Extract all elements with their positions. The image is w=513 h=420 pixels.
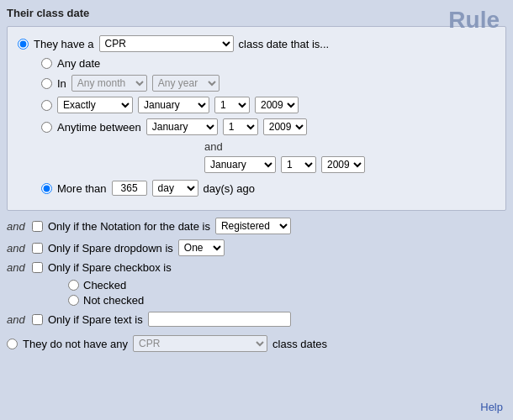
section-title: Their class date	[7, 7, 506, 19]
between-and-row: and	[204, 140, 495, 153]
not-checked-radio[interactable]	[68, 295, 79, 306]
notation-select[interactable]: Registered Pending	[215, 218, 291, 234]
any-date-label[interactable]: Any date	[57, 57, 100, 70]
between-day2-select[interactable]: 123	[281, 156, 316, 173]
days-input[interactable]	[112, 181, 147, 196]
exactly-radio[interactable]	[41, 100, 52, 111]
any-date-radio[interactable]	[41, 58, 52, 69]
spare-checkbox-and: and	[7, 261, 27, 274]
not-checked-radio-row: Not checked	[13, 294, 506, 307]
between-row2: JanuaryFebruaryMarch AprilMayJune JulyAu…	[204, 156, 495, 173]
not-checked-label[interactable]: Not checked	[83, 294, 144, 307]
between-year1-select[interactable]: 20092010	[263, 118, 307, 135]
exactly-select[interactable]: Exactly Before After	[57, 97, 133, 113]
bottom-suffix: class dates	[272, 338, 327, 350]
spare-checkbox-label[interactable]: Only if Spare checkbox is	[48, 261, 172, 274]
spare-text-and: and	[7, 313, 27, 326]
exactly-row: Exactly Before After JanuaryFebruaryMarc…	[41, 97, 495, 113]
between-label[interactable]: Anytime between	[57, 121, 141, 134]
spare-text-checkbox[interactable]	[32, 314, 43, 325]
exactly-year-select[interactable]: 200920102011	[255, 97, 299, 113]
checked-label[interactable]: Checked	[83, 279, 126, 291]
exactly-day-select[interactable]: 12345 678910 152031	[214, 97, 250, 113]
bottom-row: They do not have any CPR Other class dat…	[7, 335, 506, 352]
exactly-month-select[interactable]: JanuaryFebruaryMarch AprilMayJune JulyAu…	[138, 97, 209, 113]
not-have-radio[interactable]	[7, 339, 18, 349]
in-label[interactable]: In	[57, 77, 66, 90]
between-row: Anytime between JanuaryFebruaryMarch Apr…	[41, 118, 495, 135]
have-radio[interactable]	[18, 39, 29, 50]
rule-label: Rule	[448, 7, 500, 34]
between-day1-select[interactable]: 123	[223, 118, 258, 135]
any-date-row: Any date	[41, 57, 495, 70]
checked-radio[interactable]	[68, 280, 79, 291]
main-card: They have a CPR Other class date that is…	[7, 26, 506, 211]
more-than-row: More than day day(s) ago	[41, 180, 495, 197]
spare-text-row: and Only if Spare text is	[7, 312, 506, 327]
in-row: In Any month Any year	[41, 75, 495, 92]
checked-radio-row: Checked	[13, 279, 506, 291]
any-month-select[interactable]: Any month	[71, 75, 147, 92]
top-row: They have a CPR Other class date that is…	[18, 35, 495, 52]
days-ago-label: day(s) ago	[204, 182, 255, 195]
spare-checkbox-checkbox[interactable]	[32, 262, 43, 273]
bottom-class-select[interactable]: CPR Other	[133, 335, 267, 352]
class-select[interactable]: CPR Other	[99, 35, 234, 52]
spare-dropdown-select[interactable]: One Two Three	[178, 239, 225, 256]
notation-label[interactable]: Only if the Notation for the date is	[48, 220, 210, 233]
any-year-select[interactable]: Any year	[152, 75, 219, 92]
between-radio[interactable]	[41, 122, 52, 133]
morethan-radio[interactable]	[41, 183, 52, 194]
in-radio[interactable]	[41, 78, 52, 89]
spare-dropdown-row: and Only if Spare dropdown is One Two Th…	[7, 239, 506, 256]
spare-checkbox-row: and Only if Spare checkbox is	[7, 261, 506, 274]
spare-dropdown-and: and	[7, 242, 27, 255]
page-container: Rule Their class date They have a CPR Ot…	[0, 0, 513, 420]
between-year2-select[interactable]: 20092010	[321, 156, 365, 173]
class-date-suffix: class date that is...	[239, 38, 330, 50]
between-and-label: and	[204, 140, 223, 153]
spare-text-label[interactable]: Only if Spare text is	[48, 313, 143, 326]
spare-dropdown-checkbox[interactable]	[32, 243, 43, 254]
between-month2-select[interactable]: JanuaryFebruaryMarch AprilMayJune JulyAu…	[204, 156, 276, 173]
have-label[interactable]: They have a	[34, 38, 94, 50]
days-unit-select[interactable]: day	[152, 180, 198, 197]
spare-dropdown-label[interactable]: Only if Spare dropdown is	[48, 242, 173, 255]
more-than-label[interactable]: More than	[57, 182, 107, 195]
spare-text-input[interactable]	[148, 312, 291, 327]
notation-and: and	[7, 220, 27, 233]
notation-checkbox[interactable]	[32, 221, 43, 232]
not-have-label[interactable]: They do not have any	[23, 338, 128, 350]
between-month1-select[interactable]: JanuaryFebruaryMarch AprilMayJune JulyAu…	[146, 118, 218, 135]
help-link[interactable]: Help	[480, 401, 503, 413]
notation-row: and Only if the Notation for the date is…	[7, 218, 506, 234]
